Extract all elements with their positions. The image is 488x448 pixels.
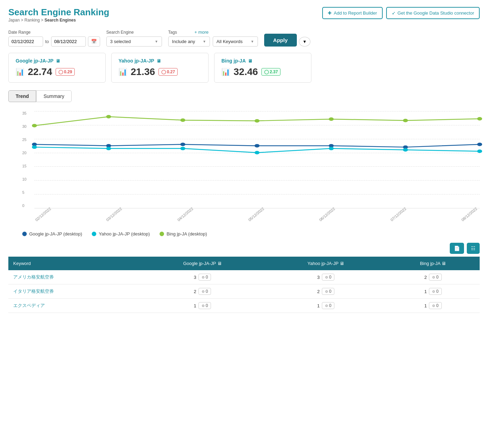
plus-icon: ✚ [328, 10, 332, 16]
columns-toggle-button[interactable]: ☷ [467, 243, 480, 254]
chart-plot-area [34, 111, 480, 208]
export-csv-button[interactable]: 📄 [450, 243, 464, 254]
date-range-label: Date Range [8, 30, 100, 35]
legend-dot-yahoo [92, 232, 96, 236]
legend-yahoo: Yahoo jp-JA-JP (desktop) [92, 231, 150, 237]
bing-card-name: Bing jp-JA [221, 58, 246, 64]
breadcrumb: Japan > Ranking > Search Engines [8, 18, 109, 23]
svg-point-5 [403, 119, 408, 122]
table-row: イタリア格安航空券 2 ⚙ 0 2 ⚙ 0 1 ⚙ 0 [8, 284, 480, 299]
col-google: Google jp-JA-JP 🖥 [139, 257, 265, 270]
monitor-icon-col-yahoo: 🖥 [340, 261, 344, 266]
all-keywords-select[interactable]: All Keywords ▼ [213, 36, 258, 47]
page-title: Search Engine Ranking [8, 7, 109, 18]
yahoo-rank-1: 3 ⚙ 0 [270, 274, 381, 281]
bing-rank-2: 1 ⚙ 0 [391, 288, 475, 295]
monitor-icon-yahoo: 🖥 [156, 58, 161, 64]
legend-label-bing: Bing jp-JA (desktop) [166, 231, 207, 237]
col-keyword: Keyword [8, 257, 139, 270]
monitor-icon-col-google: 🖥 [217, 261, 222, 266]
google-delta-badge: ◯ 0.29 [56, 68, 75, 76]
apply-button[interactable]: Apply [264, 34, 297, 47]
tab-summary[interactable]: Summary [36, 90, 72, 102]
bar-chart-icon-bing: 📊 [221, 68, 230, 76]
table-controls: 📄 ☷ [8, 243, 480, 254]
columns-icon: ☷ [471, 246, 475, 251]
table-row: エクスペディア 1 ⚙ 0 1 ⚙ 0 1 ⚙ 0 [8, 299, 480, 313]
bing-rank-value: 32.46 [234, 66, 258, 77]
legend-label-google: Google jp-JA-JP (desktop) [29, 231, 82, 237]
search-engine-label: Search Engine [106, 30, 162, 35]
chevron-down-icon-3: ▼ [251, 40, 254, 43]
svg-point-6 [477, 117, 482, 121]
csv-icon: 📄 [454, 246, 460, 251]
yahoo-rank-value: 21.36 [131, 66, 155, 77]
legend-dot-google [22, 232, 27, 236]
add-to-report-button[interactable]: ✚ Add to Report Builder [322, 7, 382, 19]
yahoo-delta-badge: ◯ 0.27 [158, 68, 178, 76]
svg-point-4 [329, 117, 334, 121]
rankings-table: Keyword Google jp-JA-JP 🖥 Yahoo jp-JA-JP… [8, 257, 480, 313]
monitor-icon-bing: 🖥 [248, 58, 252, 64]
tags-label: Tags [168, 30, 177, 35]
bing-rank-3: 1 ⚙ 0 [391, 302, 475, 309]
bar-chart-icon-google: 📊 [16, 68, 24, 76]
google-card: Google jp-JA-JP 🖥 📊 22.74 ◯ 0.29 [8, 53, 106, 83]
date-from-input[interactable] [8, 36, 43, 47]
apply-dropdown-button[interactable]: ▼ [299, 37, 311, 47]
google-studio-button[interactable]: ➶ Get the Google Data Studio connector [386, 7, 480, 19]
bing-rank-1: 2 ⚙ 0 [391, 274, 475, 281]
calendar-button[interactable]: 📅 [88, 36, 100, 47]
svg-point-9 [180, 143, 185, 146]
trend-chart: 35 30 25 20 15 10 5 0 [8, 108, 480, 226]
col-yahoo: Yahoo jp-JA-JP 🖥 [265, 257, 386, 270]
svg-point-3 [254, 119, 259, 123]
engine-cards-row: Google jp-JA-JP 🖥 📊 22.74 ◯ 0.29 Yahoo j… [8, 53, 480, 83]
google-rank-1: 3 ⚙ 0 [144, 274, 260, 281]
google-rank-2: 2 ⚙ 0 [144, 288, 260, 295]
svg-point-2 [180, 118, 185, 122]
svg-point-16 [180, 147, 185, 150]
chart-legend: Google jp-JA-JP (desktop) Yahoo jp-JA-JP… [8, 231, 480, 237]
bing-delta-badge: ◯ 2.37 [261, 68, 280, 76]
chevron-down-icon-2: ▼ [203, 40, 206, 43]
tags-filter: Tags + more Include any ▼ All Keywords ▼ [168, 30, 258, 47]
legend-bing: Bing jp-JA (desktop) [160, 231, 207, 237]
keyword-link-2[interactable]: イタリア格安航空券 [13, 289, 54, 294]
calendar-icon: 📅 [91, 39, 97, 44]
svg-point-0 [32, 124, 37, 127]
circle-icon-google: ◯ [58, 69, 63, 74]
tab-trend[interactable]: Trend [8, 90, 36, 102]
yahoo-card-name: Yahoo jp-JA-JP [119, 58, 154, 64]
yahoo-card: Yahoo jp-JA-JP 🖥 📊 21.36 ◯ 0.27 [111, 53, 209, 83]
date-range-filter: Date Range to 📅 [8, 30, 100, 47]
svg-point-18 [329, 147, 334, 150]
date-to-input[interactable] [51, 36, 86, 47]
keyword-link-1[interactable]: アメリカ格安航空券 [13, 274, 54, 280]
chevron-down-icon: ▼ [155, 40, 158, 43]
yahoo-rank-3: 1 ⚙ 0 [270, 302, 381, 309]
legend-dot-bing [160, 232, 164, 236]
keyword-link-3[interactable]: エクスペディア [13, 303, 45, 308]
yahoo-rank-2: 2 ⚙ 0 [270, 288, 381, 295]
include-any-select[interactable]: Include any ▼ [168, 36, 210, 47]
x-axis: 02/12/2022 03/12/2022 04/12/2022 05/12/2… [22, 219, 480, 223]
circle-icon-yahoo: ◯ [161, 69, 166, 74]
google-rank-value: 22.74 [28, 66, 52, 77]
svg-point-19 [403, 148, 408, 152]
search-engine-filter: Search Engine 3 selected ▼ [106, 30, 162, 47]
chart-svg [34, 111, 480, 208]
legend-label-yahoo: Yahoo jp-JA-JP (desktop) [99, 231, 150, 237]
svg-point-14 [32, 146, 37, 149]
chevron-down-icon-4: ▼ [303, 39, 307, 44]
svg-point-1 [106, 115, 111, 118]
legend-google: Google jp-JA-JP (desktop) [22, 231, 82, 237]
connector-icon: ➶ [392, 10, 396, 16]
more-filters-link[interactable]: + more [194, 30, 209, 35]
svg-point-10 [254, 144, 259, 148]
google-rank-3: 1 ⚙ 0 [144, 302, 260, 309]
date-to-separator: to [45, 39, 49, 44]
svg-point-13 [477, 143, 482, 146]
col-bing: Bing jp-JA 🖥 [386, 257, 480, 270]
search-engine-select[interactable]: 3 selected ▼ [106, 36, 162, 47]
